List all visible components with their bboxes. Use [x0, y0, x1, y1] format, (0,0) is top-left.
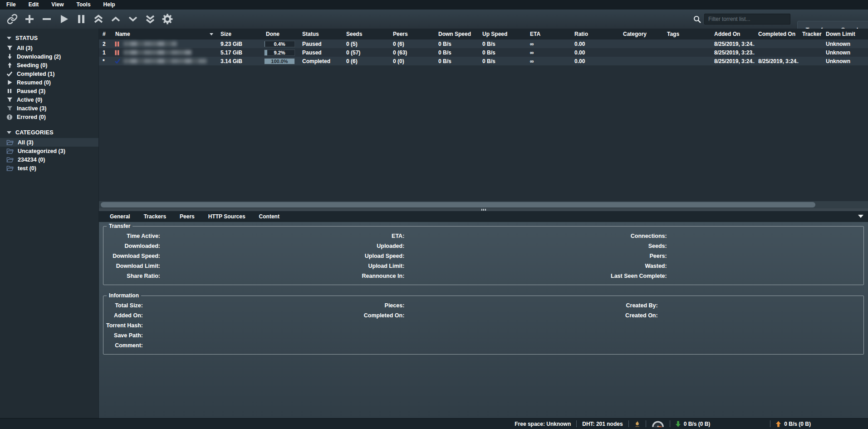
- upload-speed-item[interactable]: 0 B/s (0 B): [776, 421, 811, 427]
- menu-file[interactable]: File: [0, 0, 22, 10]
- menu-view[interactable]: View: [45, 0, 70, 10]
- menu-help[interactable]: Help: [97, 0, 122, 10]
- col-header-completed-on[interactable]: Completed On: [755, 31, 799, 37]
- table-row[interactable]: 1 5.17 GiB 9.2% Paused 0 (57) 0 (63) 0 B…: [99, 48, 868, 57]
- categories-header-label: CATEGORIES: [15, 129, 54, 136]
- field-label-share-ratio: Share Ratio:: [103, 273, 162, 279]
- upload-arrow-icon: [776, 421, 781, 427]
- alt-speed-limits-icon[interactable]: [652, 420, 664, 427]
- sidebar-item-label: Inactive (3): [17, 105, 46, 112]
- free-space-label: Free space: Unknown: [515, 421, 571, 427]
- progress-fill: [265, 50, 267, 55]
- col-header-eta[interactable]: ETA: [526, 31, 571, 37]
- row-peers: 0 (6): [389, 41, 435, 47]
- field-label-connections: Connections:: [610, 233, 669, 239]
- menu-tools[interactable]: Tools: [70, 0, 97, 10]
- category-234234[interactable]: 234234 (0): [0, 155, 98, 164]
- col-header-ratio[interactable]: Ratio: [571, 31, 619, 37]
- category-label: 234234 (0): [18, 157, 45, 163]
- col-header-tracker[interactable]: Tracker: [799, 31, 822, 37]
- sidebar-item-all[interactable]: All (3): [0, 44, 98, 52]
- sidebar-item-label: Seeding (0): [17, 62, 47, 69]
- field-label-created-by: Created By:: [610, 302, 660, 309]
- row-number: 2: [99, 41, 112, 47]
- field-label-total-size: Total Size:: [103, 302, 145, 309]
- col-header-peers[interactable]: Peers: [389, 31, 435, 37]
- col-header-tags[interactable]: Tags: [663, 31, 711, 37]
- sidebar-item-completed[interactable]: Completed (1): [0, 69, 98, 78]
- category-test[interactable]: test (0): [0, 164, 98, 173]
- row-status: Completed: [299, 58, 343, 64]
- progress-bar: 0.4%: [264, 41, 295, 47]
- sidebar-item-label: Paused (3): [17, 88, 45, 94]
- tab-trackers[interactable]: Trackers: [144, 213, 166, 220]
- dht-nodes-label: DHT: 201 nodes: [582, 421, 623, 427]
- delete-icon[interactable]: [41, 13, 53, 25]
- field-label-reannounce-in: Reannounce In:: [357, 273, 407, 279]
- col-header-name[interactable]: Name: [112, 31, 217, 37]
- sidebar-item-label: Active (0): [17, 97, 42, 103]
- row-down-limit: Unknown: [822, 49, 868, 56]
- col-header-up-speed[interactable]: Up Speed: [479, 31, 526, 37]
- col-header-down-limit[interactable]: Down Limit: [822, 31, 868, 37]
- field-label-created-on: Created On:: [610, 312, 660, 319]
- row-down-limit: Unknown: [822, 58, 868, 64]
- tab-http-sources[interactable]: HTTP Sources: [208, 213, 245, 220]
- separator: [576, 420, 577, 427]
- row-up-speed: 0 B/s: [479, 58, 526, 64]
- col-header-down-speed[interactable]: Down Speed: [435, 31, 479, 37]
- filter-torrent-input[interactable]: [704, 14, 790, 25]
- col-header-category[interactable]: Category: [619, 31, 663, 37]
- sidebar-item-errored[interactable]: Errored (0): [0, 113, 98, 121]
- move-down-icon[interactable]: [127, 13, 139, 25]
- col-header-status[interactable]: Status: [299, 31, 343, 37]
- categories-section-header[interactable]: CATEGORIES: [0, 127, 98, 138]
- move-up-icon[interactable]: [110, 13, 122, 25]
- menu-edit[interactable]: Edit: [22, 0, 45, 10]
- link-add-icon[interactable]: [6, 13, 18, 25]
- field-label-added-on: Added On:: [103, 312, 145, 319]
- tab-content[interactable]: Content: [259, 213, 280, 220]
- field-label-last-seen-complete: Last Seen Complete:: [610, 273, 669, 279]
- sidebar-item-active[interactable]: Active (0): [0, 95, 98, 104]
- menu-bar: File Edit View Tools Help: [0, 0, 868, 10]
- row-done-cell: 9.2%: [262, 49, 299, 56]
- sidebar: STATUS All (3) Downloading (2) Seeding (…: [0, 29, 99, 418]
- move-top-icon[interactable]: [93, 13, 104, 25]
- information-fieldset: Information Total Size: Added On: Torren…: [103, 292, 864, 355]
- resume-icon[interactable]: [58, 13, 70, 25]
- move-bottom-icon[interactable]: [144, 13, 156, 25]
- row-peers: 0 (0): [389, 58, 435, 64]
- category-label: Uncategorized (3): [18, 148, 65, 154]
- col-header-size[interactable]: Size: [217, 31, 262, 37]
- scrollbar-thumb[interactable]: [101, 202, 815, 207]
- error-icon: [6, 114, 13, 120]
- col-header-seeds[interactable]: Seeds: [343, 31, 389, 37]
- sidebar-item-resumed[interactable]: Resumed (0): [0, 78, 98, 87]
- tab-peers[interactable]: Peers: [180, 213, 195, 220]
- sidebar-item-seeding[interactable]: Seeding (0): [0, 61, 98, 69]
- connection-status-icon[interactable]: [634, 420, 640, 428]
- sidebar-item-inactive[interactable]: Inactive (3): [0, 104, 98, 113]
- table-row[interactable]: 2 9.23 GiB 0.4% Paused 0 (5) 0 (6) 0 B/s…: [99, 39, 868, 48]
- col-header-added-on[interactable]: Added On: [711, 31, 755, 37]
- row-status: Paused: [299, 41, 343, 47]
- sidebar-item-paused[interactable]: Paused (3): [0, 87, 98, 95]
- category-all[interactable]: All (3): [0, 138, 98, 147]
- table-row[interactable]: * 3.14 GiB 100.0% Completed 0 (6) 0 (0) …: [99, 57, 868, 65]
- row-added-on: 8/25/2019, 3:24...: [711, 41, 755, 47]
- col-header-done[interactable]: Done: [262, 31, 299, 37]
- sidebar-item-label: All (3): [17, 45, 33, 51]
- add-torrent-icon[interactable]: [24, 13, 35, 25]
- details-menu-chevron-icon[interactable]: [858, 215, 863, 218]
- pause-icon[interactable]: [75, 13, 87, 25]
- category-uncategorized[interactable]: Uncategorized (3): [0, 147, 98, 155]
- torrent-table: # Name Size Done Status Seeds Peers Down…: [99, 29, 868, 208]
- tab-general[interactable]: General: [110, 213, 130, 220]
- col-header-num[interactable]: #: [99, 31, 112, 37]
- options-gear-icon[interactable]: [162, 13, 173, 25]
- download-speed-item[interactable]: 0 B/s (0 B): [676, 421, 711, 427]
- sidebar-item-downloading[interactable]: Downloading (2): [0, 52, 98, 61]
- row-number: 1: [99, 49, 112, 56]
- status-section-header[interactable]: STATUS: [0, 33, 98, 44]
